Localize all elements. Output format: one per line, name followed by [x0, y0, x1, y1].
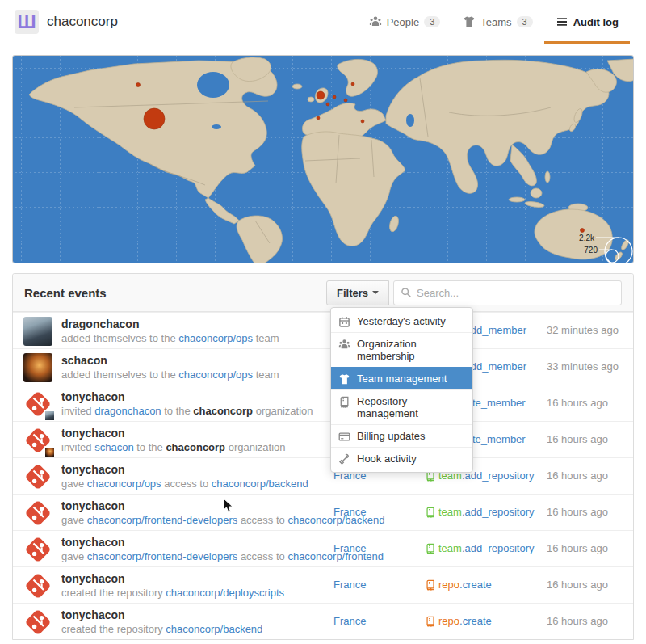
- desc-text: added themselves to the: [61, 332, 178, 344]
- timestamp: 16 hours ago: [547, 615, 608, 627]
- jersey-icon: [463, 15, 476, 28]
- organization-icon: [369, 15, 382, 28]
- desc-text: access to: [237, 550, 287, 562]
- repo-icon: [425, 507, 436, 518]
- repo-link[interactable]: chaconcorp/backend: [166, 623, 262, 635]
- menu-item-label: Organization membership: [357, 338, 417, 362]
- timestamp: 16 hours ago: [547, 579, 608, 591]
- team-link[interactable]: chaconcorp/ops: [87, 478, 162, 490]
- menu-item-repository-management[interactable]: Repository management: [331, 389, 472, 424]
- team-link[interactable]: chaconcorp/frontend-developers: [87, 514, 237, 526]
- world-map-svg: 2.2k 720: [13, 56, 634, 263]
- desc-target: chaconcorp: [193, 405, 253, 417]
- chevron-down-icon: [372, 291, 379, 294]
- desc-text: gave: [61, 478, 87, 490]
- event-type-link[interactable]: team.add_repository: [425, 506, 535, 518]
- desc-text: created the repository: [61, 623, 166, 635]
- desc-text: to the: [134, 441, 166, 453]
- timestamp: 16 hours ago: [547, 469, 608, 482]
- desc-text: organization: [253, 405, 313, 417]
- audit-row: tonychacon invited dragonchacon to the c…: [13, 385, 633, 421]
- filters-dropdown-menu: Yesterday's activity Organization member…: [330, 307, 473, 473]
- repo-link[interactable]: chaconcorp/deployscripts: [166, 587, 284, 599]
- menu-item-label: Billing updates: [357, 430, 426, 442]
- git-logo-icon: [23, 535, 52, 564]
- tab-teams[interactable]: Teams 3: [451, 0, 543, 44]
- avatar[interactable]: [23, 353, 52, 382]
- audit-row: tonychacon gave chaconcorp/frontend-deve…: [13, 494, 633, 530]
- legend-value-big: 2.2k: [579, 234, 595, 242]
- desc-text: team: [253, 368, 279, 381]
- menu-item-label: Yesterday's activity: [357, 315, 446, 327]
- event-type-link[interactable]: repo.create: [425, 579, 492, 591]
- team-link[interactable]: chaconcorp/frontend-developers: [87, 550, 237, 562]
- avatar[interactable]: [23, 317, 52, 346]
- menu-item-billing-updates[interactable]: Billing updates: [331, 424, 472, 447]
- filters-button[interactable]: Filters: [326, 280, 389, 305]
- tab-label: People: [387, 16, 419, 28]
- org-name[interactable]: chaconcorp: [47, 14, 118, 30]
- location-link[interactable]: France: [333, 506, 366, 518]
- timestamp: 16 hours ago: [547, 397, 608, 409]
- desc-text: invited: [61, 441, 94, 453]
- user-link[interactable]: schacon: [94, 441, 133, 453]
- location-link[interactable]: France: [333, 579, 366, 591]
- hook-icon: [338, 453, 350, 465]
- audit-row: tonychacon gave chaconcorp/ops access to…: [13, 457, 633, 494]
- menu-item-organization-membership[interactable]: Organization membership: [331, 332, 472, 367]
- repo-icon: [425, 616, 436, 627]
- audit-row: schacon added themselves to the chaconco…: [13, 348, 633, 385]
- desc-text: to the: [162, 405, 194, 417]
- panel-header: Recent events Filters: [13, 274, 633, 312]
- desc-text: access to: [162, 478, 212, 490]
- org-nav: People 3 Teams 3 Audit log: [358, 0, 630, 44]
- audit-location-map[interactable]: 2.2k 720: [12, 55, 634, 263]
- menu-item-yesterdays-activity[interactable]: Yesterday's activity: [331, 310, 472, 332]
- team-link[interactable]: chaconcorp/ops: [178, 332, 253, 344]
- location-link[interactable]: France: [333, 542, 366, 554]
- tab-people[interactable]: People 3: [358, 0, 452, 44]
- timestamp: 16 hours ago: [547, 506, 608, 518]
- location-link[interactable]: France: [333, 615, 366, 627]
- avatar[interactable]: [23, 426, 52, 455]
- repo-link[interactable]: chaconcorp/backend: [212, 478, 308, 490]
- audit-row: tonychacon gave chaconcorp/frontend-deve…: [13, 530, 633, 566]
- audit-row: tonychacon created the repository chacon…: [13, 566, 633, 603]
- avatar[interactable]: [23, 608, 52, 637]
- event-type-link[interactable]: team.add_repository: [425, 542, 535, 554]
- tab-audit-log[interactable]: Audit log: [544, 0, 630, 44]
- recent-events-panel: Recent events Filters Yesterday's activi…: [12, 273, 634, 640]
- audit-row: tonychacon invited schacon to the chacon…: [13, 421, 633, 457]
- menu-item-label: Hook activity: [357, 452, 417, 465]
- avatar[interactable]: [23, 389, 52, 419]
- avatar[interactable]: [23, 571, 52, 600]
- desc-text: gave: [61, 550, 87, 562]
- avatar[interactable]: [23, 535, 52, 564]
- user-link[interactable]: dragonchacon: [94, 405, 161, 417]
- mouse-cursor: [223, 498, 234, 514]
- team-link[interactable]: chaconcorp/ops: [178, 368, 253, 381]
- avatar[interactable]: [23, 499, 52, 528]
- git-logo-icon: [23, 571, 52, 600]
- desc-text: invited: [61, 405, 94, 417]
- git-logo-icon: [23, 608, 52, 637]
- menu-item-team-management[interactable]: Team management: [331, 367, 472, 389]
- timestamp: 16 hours ago: [547, 542, 608, 554]
- teams-count-badge: 3: [517, 16, 533, 27]
- desc-text: team: [253, 332, 279, 344]
- calendar-icon: [338, 316, 350, 328]
- desc-text: organization: [225, 441, 285, 453]
- event-type-link[interactable]: repo.create: [425, 615, 492, 627]
- org-header: Ш chaconcorp People 3 Teams 3 Audit log: [0, 0, 646, 44]
- desc-text: created the repository: [61, 587, 166, 599]
- search-box: [393, 280, 622, 305]
- avatar[interactable]: [23, 462, 52, 491]
- git-logo-icon: [23, 462, 52, 491]
- audit-row: dragonchacon added themselves to the cha…: [13, 312, 633, 348]
- menu-item-hook-activity[interactable]: Hook activity: [331, 447, 472, 469]
- tab-label: Audit log: [573, 16, 619, 28]
- timestamp: 32 minutes ago: [547, 324, 619, 336]
- search-input[interactable]: [417, 287, 615, 299]
- org-avatar[interactable]: Ш: [15, 10, 39, 34]
- list-icon: [556, 15, 568, 28]
